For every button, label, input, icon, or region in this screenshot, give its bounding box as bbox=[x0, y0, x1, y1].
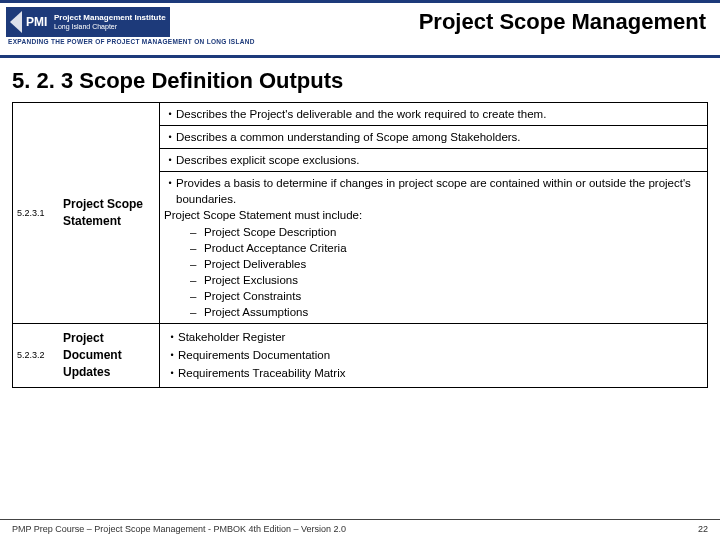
dash-icon: – bbox=[190, 272, 204, 288]
dash-icon: – bbox=[190, 288, 204, 304]
bullet-text: Describes the Project's deliverable and … bbox=[176, 106, 703, 122]
row-description: •Describes the Project's deliverable and… bbox=[159, 103, 707, 323]
row-name: Project Scope Statement bbox=[59, 103, 159, 323]
table-row: 5.2.3.2 Project Document Updates •Stakeh… bbox=[13, 323, 707, 386]
row-number: 5.2.3.2 bbox=[13, 324, 59, 386]
bullet-icon: • bbox=[164, 129, 176, 145]
sub-item: Product Acceptance Criteria bbox=[204, 240, 703, 256]
row-name: Project Document Updates bbox=[59, 324, 159, 386]
pmi-logo: PMI Project Management Institute Long Is… bbox=[6, 7, 170, 37]
logo-tagline: EXPANDING THE POWER OF PROJECT MANAGEMEN… bbox=[8, 38, 255, 45]
sub-item: Project Exclusions bbox=[204, 272, 703, 288]
footer: PMP Prep Course – Project Scope Manageme… bbox=[0, 519, 720, 534]
bullet-text: Stakeholder Register bbox=[178, 329, 701, 345]
footer-text: PMP Prep Course – Project Scope Manageme… bbox=[12, 524, 346, 534]
bullet-text: Provides a basis to determine if changes… bbox=[176, 175, 703, 207]
page-title: Project Scope Management bbox=[170, 9, 710, 35]
sub-item: Project Constraints bbox=[204, 288, 703, 304]
page-number: 22 bbox=[698, 524, 708, 534]
bullet-icon: • bbox=[166, 329, 178, 345]
row-description: •Stakeholder Register •Requirements Docu… bbox=[159, 324, 707, 386]
header: PMI Project Management Institute Long Is… bbox=[0, 3, 720, 39]
outputs-table: 5.2.3.1 Project Scope Statement •Describ… bbox=[12, 102, 708, 388]
bullet-icon: • bbox=[166, 347, 178, 363]
sub-list: –Project Scope Description –Product Acce… bbox=[190, 224, 703, 321]
bullet-icon: • bbox=[164, 175, 176, 207]
logo-block: PMI Project Management Institute Long Is… bbox=[6, 7, 170, 37]
svg-text:PMI: PMI bbox=[26, 15, 47, 29]
logo-text-line1: Project Management Institute bbox=[54, 13, 166, 22]
bullet-icon: • bbox=[164, 152, 176, 168]
dash-icon: – bbox=[190, 224, 204, 240]
bullet-text: Describes a common understanding of Scop… bbox=[176, 129, 703, 145]
bullet-text: Requirements Traceability Matrix bbox=[178, 365, 701, 381]
logo-text-line2: Long Island Chapter bbox=[54, 23, 166, 31]
row-number: 5.2.3.1 bbox=[13, 103, 59, 323]
bullet-text: Requirements Documentation bbox=[178, 347, 701, 363]
section-heading: 5. 2. 3 Scope Definition Outputs bbox=[0, 58, 720, 102]
dash-icon: – bbox=[190, 256, 204, 272]
sub-intro: Project Scope Statement must include: bbox=[164, 207, 703, 223]
table-row: 5.2.3.1 Project Scope Statement •Describ… bbox=[13, 103, 707, 323]
sub-item: Project Assumptions bbox=[204, 304, 703, 320]
sub-item: Project Scope Description bbox=[204, 224, 703, 240]
sub-item: Project Deliverables bbox=[204, 256, 703, 272]
bullet-icon: • bbox=[164, 106, 176, 122]
bullet-text: Describes explicit scope exclusions. bbox=[176, 152, 703, 168]
svg-marker-0 bbox=[10, 11, 22, 33]
bullet-icon: • bbox=[166, 365, 178, 381]
dash-icon: – bbox=[190, 240, 204, 256]
dash-icon: – bbox=[190, 304, 204, 320]
